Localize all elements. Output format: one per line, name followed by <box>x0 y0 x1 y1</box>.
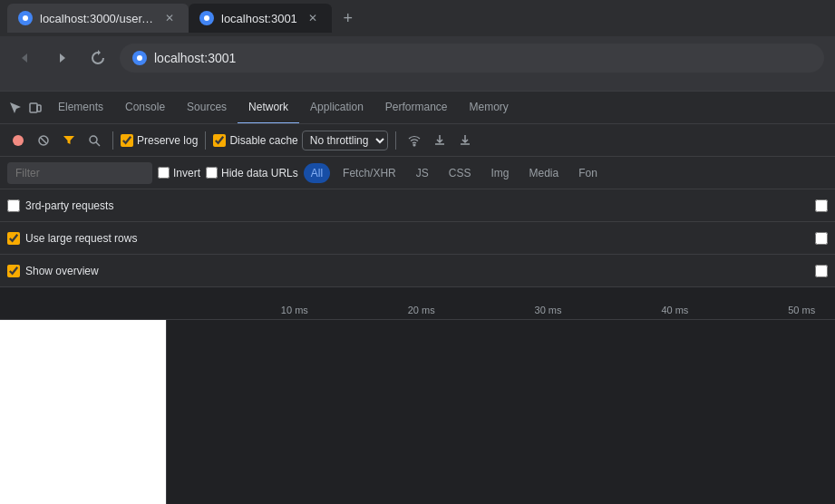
filter-type-img[interactable]: Img <box>483 163 516 183</box>
reload-button[interactable] <box>83 44 112 73</box>
filter-type-js[interactable]: JS <box>409 163 436 183</box>
tab-bar: localhost:3000/user.html ✕ localhost:300… <box>0 0 835 36</box>
large-rows-checkbox[interactable] <box>7 232 20 245</box>
export-har-icon[interactable] <box>454 130 476 151</box>
invert-label[interactable]: Invert <box>158 167 200 179</box>
devtools-icon-bar <box>4 100 47 116</box>
third-party-label[interactable]: 3rd-party requests <box>7 199 113 212</box>
filter-type-media[interactable]: Media <box>521 163 566 183</box>
tab-2[interactable]: localhost:3001 ✕ <box>189 4 332 33</box>
settings-row-third-party: 3rd-party requests <box>0 189 835 222</box>
tick-10ms: 10 ms <box>281 305 308 315</box>
overview-label[interactable]: Show overview <box>7 265 99 277</box>
svg-line-7 <box>41 138 46 143</box>
tab-1-close[interactable]: ✕ <box>161 10 178 26</box>
tab-2-favicon <box>199 11 214 25</box>
back-button[interactable] <box>11 44 40 73</box>
svg-rect-3 <box>30 103 37 112</box>
tab-elements[interactable]: Elements <box>47 92 114 124</box>
hide-data-urls-label[interactable]: Hide data URLs <box>206 167 298 179</box>
svg-point-10 <box>413 144 415 146</box>
tab-console[interactable]: Console <box>114 92 176 124</box>
new-tab-button[interactable]: + <box>335 5 361 31</box>
tick-40ms: 40 ms <box>661 305 688 315</box>
large-rows-right-checkbox[interactable] <box>815 232 828 245</box>
tab-1[interactable]: localhost:3000/user.html ✕ <box>7 4 189 33</box>
network-content <box>0 320 835 504</box>
svg-rect-4 <box>37 105 41 111</box>
tick-50ms: 50 ms <box>788 305 815 315</box>
hide-data-urls-checkbox[interactable] <box>206 167 218 179</box>
invert-checkbox[interactable] <box>158 167 170 179</box>
address-host: localhost <box>154 51 204 65</box>
toolbar-separator-1 <box>112 131 113 150</box>
disable-cache-checkbox[interactable] <box>213 134 226 147</box>
page-preview-area <box>0 320 167 504</box>
devtools-tab-bar: Elements Console Sources Network Applica… <box>0 92 835 124</box>
browser-chrome: localhost:3000/user.html ✕ localhost:300… <box>0 0 835 91</box>
toolbar-separator-2 <box>205 131 206 150</box>
tab-network[interactable]: Network <box>238 92 299 124</box>
address-bar: localhost:3001 <box>0 36 835 80</box>
address-input[interactable]: localhost:3001 <box>120 44 824 73</box>
throttle-select[interactable]: No throttling <box>302 131 388 150</box>
address-favicon <box>132 51 147 65</box>
clear-button[interactable] <box>33 130 54 151</box>
tick-20ms: 20 ms <box>408 305 435 315</box>
settings-row-overview: Show overview <box>0 255 835 287</box>
third-party-checkbox[interactable] <box>7 199 20 212</box>
tab-sources[interactable]: Sources <box>176 92 238 124</box>
devtools-toolbar: Preserve log Disable cache No throttling <box>0 124 835 157</box>
svg-point-8 <box>90 136 97 143</box>
tab-application[interactable]: Application <box>299 92 374 124</box>
record-button[interactable] <box>7 130 29 151</box>
filter-icon[interactable] <box>58 130 80 151</box>
search-icon[interactable] <box>83 130 105 151</box>
preserve-log-label[interactable]: Preserve log <box>121 134 198 147</box>
tab-1-title: localhost:3000/user.html <box>40 12 154 25</box>
third-party-right-checkbox[interactable] <box>815 199 828 212</box>
forward-button[interactable] <box>47 44 76 73</box>
address-url: localhost:3001 <box>154 51 236 65</box>
tick-30ms: 30 ms <box>535 305 562 315</box>
timeline-header: 10 ms 20 ms 30 ms 40 ms 50 ms <box>0 287 835 320</box>
address-port: :3001 <box>204 51 236 65</box>
import-har-icon[interactable] <box>429 130 451 151</box>
svg-point-5 <box>13 135 24 146</box>
filter-input[interactable] <box>7 162 152 184</box>
settings-row-large-rows: Use large request rows <box>0 222 835 255</box>
toolbar-separator-3 <box>395 131 396 150</box>
preserve-log-checkbox[interactable] <box>121 134 133 147</box>
tab-1-favicon <box>18 11 33 25</box>
filter-type-css[interactable]: CSS <box>442 163 479 183</box>
svg-line-9 <box>96 142 100 146</box>
tab-2-close[interactable]: ✕ <box>305 10 321 26</box>
select-element-icon[interactable] <box>7 100 24 116</box>
tab-memory[interactable]: Memory <box>459 92 519 124</box>
filter-type-fon[interactable]: Fon <box>571 163 605 183</box>
filter-type-all[interactable]: All <box>304 163 330 183</box>
overview-checkbox[interactable] <box>7 265 20 277</box>
tab-performance[interactable]: Performance <box>374 92 459 124</box>
filter-type-fetchxhr[interactable]: Fetch/XHR <box>335 163 403 183</box>
disable-cache-label[interactable]: Disable cache <box>213 134 297 147</box>
overview-right-checkbox[interactable] <box>815 265 828 277</box>
filter-bar: Invert Hide data URLs All Fetch/XHR JS C… <box>0 157 835 189</box>
devtools-panel: Elements Console Sources Network Applica… <box>0 91 835 504</box>
device-toggle-icon[interactable] <box>27 100 44 116</box>
network-waterfall <box>167 320 835 504</box>
tab-2-title: localhost:3001 <box>221 12 297 25</box>
large-rows-label[interactable]: Use large request rows <box>7 232 137 245</box>
wifi-conditions-icon[interactable] <box>403 130 425 151</box>
